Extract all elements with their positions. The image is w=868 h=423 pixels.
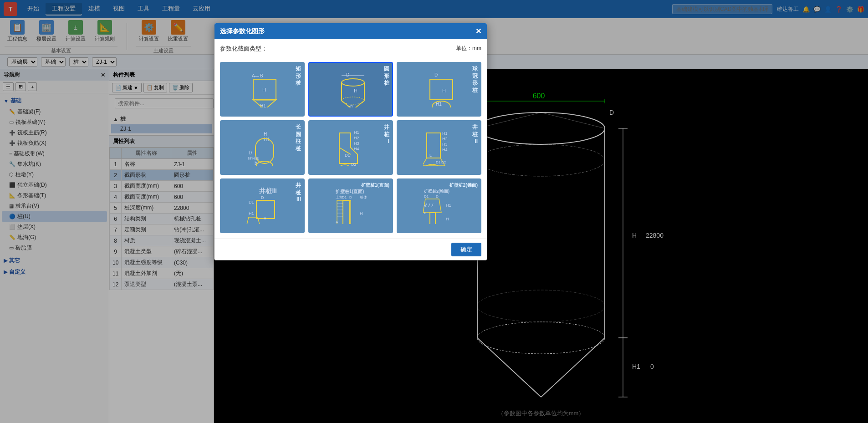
svg-text:D: D <box>261 195 264 200</box>
expanded-pile-2-svg: 扩壁桩2(锥面) D1 D A B H1 <box>423 188 455 224</box>
expanded-pile-1-label: 扩壁桩1(直面) <box>361 182 389 188</box>
shape-cell-circle-pile[interactable]: 圆形桩 D H H1 <box>308 62 393 117</box>
dialog-footer: 确定 <box>214 239 487 260</box>
svg-text:D1: D1 <box>436 160 441 164</box>
svg-text:H1: H1 <box>446 203 451 208</box>
well-pile-2-svg: H1 H2 H3 H4 L D1 D2 <box>423 129 455 166</box>
svg-text:B: B <box>260 73 263 78</box>
svg-text:H2: H2 <box>354 136 359 140</box>
svg-text:A: A <box>424 204 427 208</box>
confirm-button[interactable]: 确定 <box>451 243 481 256</box>
shape-cell-well-pile-1[interactable]: 井桩I H1 H2 H3 H4 D1 D2 <box>308 120 393 175</box>
shape-grid: 矩形桩 A B H H1 <box>220 62 481 233</box>
shape-cell-sphere-pile[interactable]: 球冠形桩 D H H1 <box>397 62 481 117</box>
svg-text:H: H <box>354 88 357 93</box>
svg-text:D1: D1 <box>342 195 347 199</box>
shape-selection-dialog: 选择参数化图形 ✕ 参数化截面类型： 单位：mm 矩形桩 A B <box>214 23 487 260</box>
svg-point-65 <box>339 165 350 166</box>
dialog-section-label: 参数化截面类型： <box>220 45 267 53</box>
shape-cell-well-pile-2[interactable]: 井桩II H1 H2 H3 H4 L D1 D2 <box>397 120 481 175</box>
well-pile-3-label: 井桩III <box>296 182 301 204</box>
rect-pile-svg: A B H H1 <box>246 71 278 107</box>
svg-text:H2: H2 <box>446 223 451 224</box>
svg-text:H4: H4 <box>442 148 448 152</box>
svg-rect-103 <box>430 213 435 224</box>
circle-pile-label: 圆形桩 <box>384 66 389 87</box>
long-cylinder-label: 长圆柱桩 <box>296 124 301 152</box>
svg-text:L: L <box>429 153 432 158</box>
svg-text:D1: D1 <box>249 200 254 204</box>
shape-cell-expanded-pile-2[interactable]: 扩壁桩2(锥面) 扩壁桩2(锥面) D1 D A <box>397 178 481 233</box>
svg-text:D1: D1 <box>345 153 350 158</box>
svg-line-105 <box>429 204 430 207</box>
svg-rect-88 <box>337 200 351 224</box>
shape-cell-rect-pile[interactable]: 矩形桩 A B H H1 <box>220 62 305 117</box>
svg-text:H3: H3 <box>354 141 359 146</box>
svg-text:B: B <box>424 211 426 215</box>
svg-text:H1: H1 <box>442 131 448 136</box>
svg-text:扩壁桩2(锥面): 扩壁桩2(锥面) <box>424 189 449 194</box>
dialog-unit-label: 单位：mm <box>456 45 481 57</box>
svg-rect-89 <box>343 200 350 224</box>
svg-text:H1: H1 <box>249 211 254 216</box>
svg-text:桩体: 桩体 <box>359 195 367 199</box>
svg-rect-79 <box>256 200 275 219</box>
dialog-title-bar: 选择参数化图形 ✕ <box>214 23 487 39</box>
svg-text:A: A <box>336 220 338 224</box>
svg-text:D: D <box>434 72 438 77</box>
svg-marker-81 <box>246 217 260 224</box>
svg-rect-46 <box>430 79 453 100</box>
expanded-pile-1-svg: 扩壁桩1(直面) 土方 D1 D 桩体 <box>335 188 367 224</box>
svg-text:H2: H2 <box>442 137 448 141</box>
svg-text:H: H <box>446 217 449 221</box>
well-pile-1-label: 井桩I <box>384 124 389 145</box>
svg-text:井桩ⅡI: 井桩ⅡI <box>259 188 277 194</box>
svg-text:H1: H1 <box>354 130 359 135</box>
svg-text:D2: D2 <box>351 162 357 166</box>
svg-text:H: H <box>442 88 446 93</box>
svg-text:D2: D2 <box>441 160 446 164</box>
well-pile-1-svg: H1 H2 H3 H4 D1 D2 <box>335 129 367 166</box>
svg-text:D1: D1 <box>424 194 429 199</box>
svg-text:D: D <box>346 72 349 77</box>
svg-line-44 <box>353 101 364 107</box>
svg-text:D: D <box>349 195 352 199</box>
svg-line-106 <box>432 204 433 207</box>
svg-text:球冠底: 球冠底 <box>248 157 259 161</box>
circle-pile-svg: D H H1 <box>335 71 367 107</box>
svg-point-37 <box>342 79 364 86</box>
svg-text:H: H <box>264 216 266 220</box>
expanded-pile-2-label: 扩壁桩2(锥面) <box>449 182 478 188</box>
well-pile-2-label: 井桩II <box>472 124 478 145</box>
shape-cell-expanded-pile-1[interactable]: 扩壁桩1(直面) 扩壁桩1(直面) 土方 D1 D 桩体 <box>308 178 393 233</box>
svg-text:H3: H3 <box>442 142 448 147</box>
shape-cell-well-pile-3[interactable]: 井桩III 井桩ⅡI D1 D H1 H <box>220 178 305 233</box>
svg-text:D: D <box>436 194 439 199</box>
dialog-close-button[interactable]: ✕ <box>475 27 481 36</box>
long-cylinder-svg: H H1 b D 球冠底 <box>246 129 278 166</box>
svg-text:D: D <box>249 150 252 155</box>
svg-text:H: H <box>264 132 267 137</box>
well-pile-3-svg: 井桩ⅡI D1 D H1 H <box>246 188 278 224</box>
svg-text:扩壁桩1(直面): 扩壁桩1(直面) <box>335 189 364 194</box>
svg-text:H: H <box>360 211 363 216</box>
svg-text:A: A <box>252 73 255 78</box>
svg-text:H: H <box>262 87 266 92</box>
dialog-overlay: 选择参数化图形 ✕ 参数化截面类型： 单位：mm 矩形桩 A B <box>0 0 868 423</box>
dialog-body: 参数化截面类型： 单位：mm 矩形桩 A B H <box>214 39 487 239</box>
sphere-pile-label: 球冠形桩 <box>472 66 478 94</box>
svg-text:H1: H1 <box>436 102 442 107</box>
svg-rect-70 <box>427 133 440 158</box>
rect-pile-label: 矩形桩 <box>296 66 301 87</box>
sphere-pile-svg: D H H1 <box>423 71 455 107</box>
shape-cell-long-cylinder[interactable]: 长圆柱桩 H H1 b D 球冠底 <box>220 120 305 175</box>
dialog-title: 选择参数化图形 <box>220 27 265 36</box>
svg-text:H4: H4 <box>354 147 359 151</box>
